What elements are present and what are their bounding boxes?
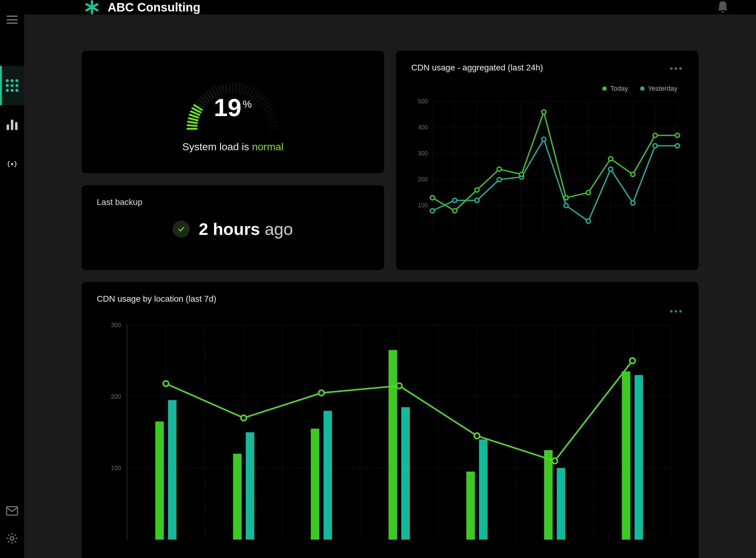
card-menu-button[interactable]: ••• [669, 306, 683, 317]
svg-line-7 [188, 125, 197, 126]
svg-point-75 [564, 203, 568, 208]
svg-line-42 [267, 115, 276, 118]
svg-point-86 [542, 110, 546, 114]
svg-point-92 [675, 133, 680, 137]
svg-rect-128 [634, 375, 643, 539]
svg-line-43 [268, 118, 277, 120]
svg-point-91 [653, 133, 657, 137]
svg-point-77 [608, 167, 613, 171]
bell-icon [717, 0, 729, 13]
svg-text:100: 100 [111, 464, 121, 471]
svg-rect-118 [246, 432, 254, 539]
svg-line-41 [266, 111, 275, 115]
svg-rect-122 [401, 407, 410, 539]
cdn-usage-aggregated-card: CDN usage - aggregated (last 24h) ••• To… [396, 51, 699, 270]
chart-legend: Today Yesterday [411, 85, 683, 93]
backup-value: 2 hours ago [199, 219, 293, 239]
last-backup-card: Last backup 2 hours ago [82, 185, 384, 270]
svg-line-30 [244, 85, 247, 94]
svg-line-9 [189, 118, 197, 120]
grid-icon [6, 79, 19, 92]
notifications-button[interactable] [717, 0, 729, 15]
svg-point-76 [586, 219, 590, 223]
sidebar [0, 0, 24, 558]
svg-line-8 [188, 122, 197, 123]
sidebar-item-analytics[interactable] [0, 105, 24, 145]
sidebar-item-mail[interactable] [6, 506, 18, 517]
svg-point-72 [497, 177, 502, 182]
gauge-label: System load is normal [182, 141, 283, 153]
line-chart: 100200300400500 [411, 99, 683, 240]
svg-point-90 [631, 172, 635, 177]
svg-point-81 [430, 196, 435, 200]
svg-text:100: 100 [418, 202, 428, 208]
svg-line-28 [239, 84, 240, 93]
svg-point-78 [631, 201, 635, 205]
card-title: Last backup [97, 197, 369, 207]
svg-point-87 [564, 196, 568, 200]
svg-text:500: 500 [418, 99, 428, 105]
svg-rect-123 [466, 472, 475, 539]
svg-point-85 [519, 172, 524, 177]
legend-item-yesterday: Yesterday [640, 85, 677, 93]
bar-chart-icon [7, 120, 18, 130]
svg-rect-121 [389, 350, 397, 539]
legend-dot-icon [640, 86, 644, 91]
svg-rect-119 [311, 429, 319, 539]
content: 19% System load is normal Last backup [24, 15, 756, 558]
svg-text:300: 300 [418, 150, 428, 157]
cdn-usage-by-location-card: CDN usage by location (last 7d) ••• 1002… [82, 282, 699, 558]
svg-point-129 [163, 381, 169, 386]
svg-text:200: 200 [111, 393, 121, 400]
bar-chart: 100200300 [97, 322, 683, 546]
sidebar-item-broadcast[interactable] [0, 145, 24, 184]
svg-point-70 [453, 198, 457, 203]
svg-point-80 [675, 144, 680, 148]
svg-point-88 [586, 191, 590, 195]
brand: ABC Consulting [85, 0, 200, 15]
svg-point-71 [475, 198, 479, 203]
svg-text:300: 300 [111, 322, 121, 328]
sidebar-item-settings[interactable] [6, 532, 19, 546]
svg-point-130 [241, 415, 246, 421]
svg-point-132 [396, 383, 402, 388]
svg-text:200: 200 [418, 176, 428, 183]
menu-toggle-button[interactable] [7, 16, 18, 24]
broadcast-icon [6, 158, 19, 171]
svg-text:400: 400 [418, 124, 428, 131]
card-menu-button[interactable]: ••• [669, 63, 683, 74]
svg-point-74 [542, 137, 546, 142]
gauge-value: 19% [214, 94, 251, 122]
sidebar-item-dashboard[interactable] [0, 66, 24, 105]
svg-point-134 [552, 458, 557, 464]
status-badge: normal [252, 141, 283, 152]
svg-line-45 [269, 125, 278, 126]
svg-point-131 [319, 390, 324, 396]
svg-rect-116 [168, 400, 177, 540]
svg-point-2 [10, 536, 14, 540]
legend-item-today: Today [602, 85, 628, 93]
svg-point-79 [653, 144, 657, 148]
svg-rect-127 [622, 372, 630, 539]
svg-rect-120 [323, 411, 332, 539]
svg-rect-125 [544, 450, 553, 539]
svg-point-0 [11, 163, 13, 165]
svg-point-83 [475, 188, 479, 192]
svg-point-84 [497, 167, 502, 171]
svg-line-44 [269, 122, 278, 123]
svg-point-89 [608, 157, 613, 161]
svg-point-135 [630, 358, 635, 363]
svg-point-82 [453, 208, 457, 213]
card-title: CDN usage by location (last 7d) [97, 294, 683, 304]
gear-icon [6, 532, 19, 545]
system-load-card: 19% System load is normal [82, 51, 384, 173]
legend-dot-icon [602, 86, 607, 91]
svg-point-69 [430, 208, 435, 213]
svg-point-133 [474, 433, 480, 439]
svg-line-24 [226, 84, 227, 93]
svg-line-23 [222, 85, 224, 94]
svg-rect-1 [7, 507, 18, 515]
brand-logo-icon [85, 0, 99, 15]
svg-rect-124 [479, 439, 487, 539]
svg-rect-115 [155, 422, 164, 540]
